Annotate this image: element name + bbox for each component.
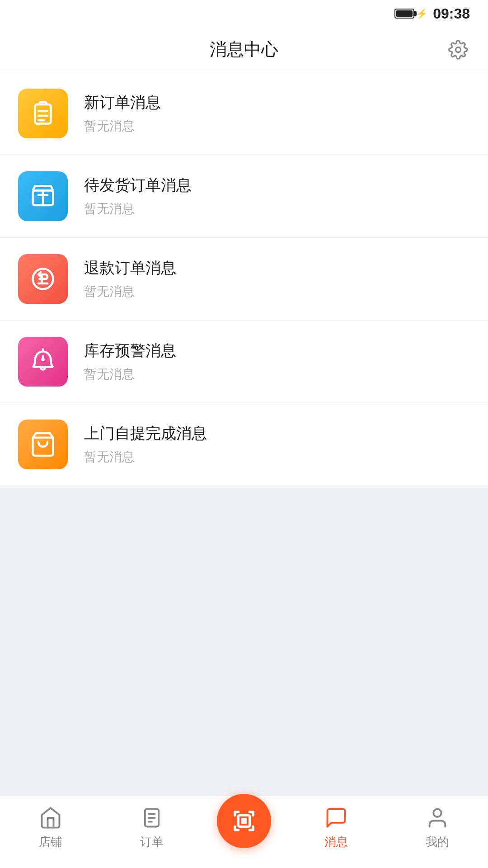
pending-shipment-title: 待发货订单消息 [84,175,192,196]
pending-shipment-text: 待发货订单消息 暂无消息 [84,175,192,217]
page-title: 消息中心 [210,38,278,61]
nav-item-order[interactable]: 订单 [116,805,188,850]
message-item-pending-shipment[interactable]: 待发货订单消息 暂无消息 [0,155,488,238]
settings-button[interactable] [446,38,470,61]
bottom-nav: 店铺 订单 消息 [0,796,488,868]
pickup-icon-box [18,420,68,469]
new-order-icon-box [18,89,68,138]
bolt-icon: ⚡ [416,8,427,19]
refund-icon [29,265,56,292]
refund-icon-box [18,254,68,304]
new-order-subtitle: 暂无消息 [84,118,161,135]
refund-title: 退款订单消息 [84,258,176,278]
battery-box [394,9,414,19]
message-item-refund[interactable]: 退款订单消息 暂无消息 [0,238,488,321]
message-icon [324,805,349,830]
box-icon [29,183,56,210]
status-bar-right: ⚡ 09:38 [394,5,470,22]
nav-item-message[interactable]: 消息 [300,805,372,850]
shop-label: 店铺 [39,834,62,850]
shop-icon [38,805,63,830]
message-item-new-order[interactable]: 新订单消息 暂无消息 [0,72,488,155]
mine-label: 我的 [426,834,449,850]
stock-warning-text: 库存预警消息 暂无消息 [84,340,176,383]
message-label: 消息 [324,834,348,850]
alarm-icon [29,348,56,375]
new-order-title: 新订单消息 [84,92,161,113]
stock-warning-subtitle: 暂无消息 [84,366,176,383]
mine-icon [425,805,450,830]
message-list: 新订单消息 暂无消息 待发货订单消息 暂无消息 [0,72,488,486]
status-bar: ⚡ 09:38 [0,0,488,27]
nav-item-shop[interactable]: 店铺 [14,805,87,850]
svg-point-0 [456,47,461,52]
battery-fill [396,10,413,17]
stock-warning-title: 库存预警消息 [84,340,176,361]
svg-point-22 [433,809,441,817]
message-item-stock-warning[interactable]: 库存预警消息 暂无消息 [0,321,488,403]
pending-shipment-subtitle: 暂无消息 [84,200,192,217]
gray-area [0,486,488,796]
order-label: 订单 [140,834,164,850]
new-order-text: 新订单消息 暂无消息 [84,92,161,135]
battery-icon: ⚡ [394,8,427,19]
pending-shipment-icon-box [18,171,68,221]
pickup-subtitle: 暂无消息 [84,448,207,466]
bag-icon [29,431,56,458]
nav-scan-button[interactable] [217,794,271,848]
page-header: 消息中心 [0,27,488,72]
refund-text: 退款订单消息 暂无消息 [84,258,176,300]
stock-warning-icon-box [18,337,68,387]
order-icon [139,805,164,830]
message-item-pickup[interactable]: 上门自提完成消息 暂无消息 [0,403,488,486]
time-display: 09:38 [433,5,470,22]
refund-subtitle: 暂无消息 [84,283,176,300]
pickup-title: 上门自提完成消息 [84,423,207,444]
svg-rect-21 [241,818,247,824]
scan-icon [230,807,258,835]
clipboard-icon [29,100,56,127]
pickup-text: 上门自提完成消息 暂无消息 [84,423,207,466]
nav-item-mine[interactable]: 我的 [401,805,474,850]
